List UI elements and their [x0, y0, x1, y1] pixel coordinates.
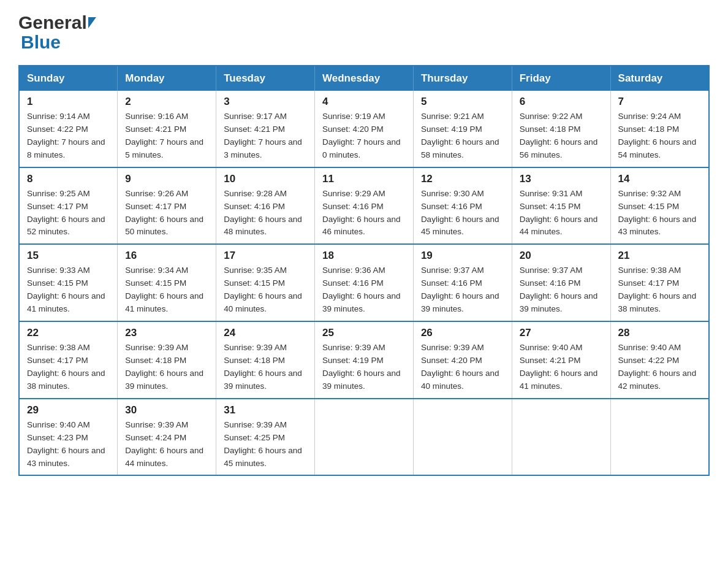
page-header: General Blue	[18, 12, 710, 53]
calendar-cell: 16 Sunrise: 9:34 AMSunset: 4:15 PMDaylig…	[118, 244, 216, 321]
day-number: 13	[520, 173, 603, 185]
weekday-header-row: SundayMondayTuesdayWednesdayThursdayFrid…	[19, 66, 709, 91]
weekday-header-thursday: Thursday	[413, 66, 512, 91]
day-info: Sunrise: 9:30 AMSunset: 4:16 PMDaylight:…	[421, 188, 504, 239]
calendar-cell: 1 Sunrise: 9:14 AMSunset: 4:22 PMDayligh…	[19, 91, 118, 167]
day-number: 31	[224, 404, 307, 416]
day-number: 6	[520, 96, 603, 108]
weekday-header-tuesday: Tuesday	[216, 66, 315, 91]
day-number: 25	[322, 327, 406, 339]
calendar-cell	[512, 399, 610, 476]
day-number: 4	[322, 96, 406, 108]
day-info: Sunrise: 9:39 AMSunset: 4:25 PMDaylight:…	[224, 419, 307, 470]
day-number: 8	[27, 173, 110, 185]
weekday-header-monday: Monday	[118, 66, 216, 91]
day-info: Sunrise: 9:39 AMSunset: 4:18 PMDaylight:…	[224, 342, 307, 393]
day-info: Sunrise: 9:38 AMSunset: 4:17 PMDaylight:…	[27, 342, 110, 393]
day-number: 28	[618, 327, 701, 339]
calendar-cell: 23 Sunrise: 9:39 AMSunset: 4:18 PMDaylig…	[118, 321, 216, 399]
calendar-cell: 20 Sunrise: 9:37 AMSunset: 4:16 PMDaylig…	[512, 244, 610, 321]
day-info: Sunrise: 9:14 AMSunset: 4:22 PMDaylight:…	[27, 110, 110, 162]
calendar-week-2: 8 Sunrise: 9:25 AMSunset: 4:17 PMDayligh…	[19, 167, 709, 245]
calendar-cell: 4 Sunrise: 9:19 AMSunset: 4:20 PMDayligh…	[315, 91, 414, 167]
calendar-cell: 14 Sunrise: 9:32 AMSunset: 4:15 PMDaylig…	[610, 167, 709, 245]
day-info: Sunrise: 9:28 AMSunset: 4:16 PMDaylight:…	[224, 188, 307, 239]
day-info: Sunrise: 9:25 AMSunset: 4:17 PMDaylight:…	[27, 188, 110, 239]
day-number: 3	[224, 96, 307, 108]
calendar-cell: 21 Sunrise: 9:38 AMSunset: 4:17 PMDaylig…	[610, 244, 709, 321]
day-number: 17	[224, 250, 307, 262]
day-number: 22	[27, 327, 110, 339]
day-info: Sunrise: 9:31 AMSunset: 4:15 PMDaylight:…	[520, 188, 603, 239]
day-info: Sunrise: 9:37 AMSunset: 4:16 PMDaylight:…	[520, 264, 603, 316]
day-number: 20	[520, 250, 603, 262]
day-number: 2	[125, 96, 208, 108]
day-info: Sunrise: 9:36 AMSunset: 4:16 PMDaylight:…	[322, 264, 406, 316]
day-number: 10	[224, 173, 307, 185]
calendar-cell: 19 Sunrise: 9:37 AMSunset: 4:16 PMDaylig…	[413, 244, 512, 321]
calendar-cell: 11 Sunrise: 9:29 AMSunset: 4:16 PMDaylig…	[315, 167, 414, 245]
calendar-cell: 13 Sunrise: 9:31 AMSunset: 4:15 PMDaylig…	[512, 167, 610, 245]
calendar-cell: 8 Sunrise: 9:25 AMSunset: 4:17 PMDayligh…	[19, 167, 118, 245]
weekday-header-wednesday: Wednesday	[315, 66, 414, 91]
calendar-cell	[413, 399, 512, 476]
calendar-cell: 9 Sunrise: 9:26 AMSunset: 4:17 PMDayligh…	[118, 167, 216, 245]
logo-general-text: General	[18, 12, 87, 33]
calendar-cell: 27 Sunrise: 9:40 AMSunset: 4:21 PMDaylig…	[512, 321, 610, 399]
day-number: 27	[520, 327, 603, 339]
calendar-cell: 2 Sunrise: 9:16 AMSunset: 4:21 PMDayligh…	[118, 91, 216, 167]
day-number: 16	[125, 250, 208, 262]
day-number: 1	[27, 96, 110, 108]
day-info: Sunrise: 9:39 AMSunset: 4:19 PMDaylight:…	[322, 342, 406, 393]
day-number: 14	[618, 173, 701, 185]
calendar-cell: 17 Sunrise: 9:35 AMSunset: 4:15 PMDaylig…	[216, 244, 315, 321]
day-number: 11	[322, 173, 406, 185]
day-info: Sunrise: 9:39 AMSunset: 4:18 PMDaylight:…	[125, 342, 208, 393]
day-info: Sunrise: 9:39 AMSunset: 4:20 PMDaylight:…	[421, 342, 504, 393]
day-info: Sunrise: 9:40 AMSunset: 4:22 PMDaylight:…	[618, 342, 701, 393]
calendar-cell: 24 Sunrise: 9:39 AMSunset: 4:18 PMDaylig…	[216, 321, 315, 399]
day-number: 23	[125, 327, 208, 339]
calendar-cell: 10 Sunrise: 9:28 AMSunset: 4:16 PMDaylig…	[216, 167, 315, 245]
day-info: Sunrise: 9:37 AMSunset: 4:16 PMDaylight:…	[421, 264, 504, 316]
day-number: 9	[125, 173, 208, 185]
calendar-cell	[610, 399, 709, 476]
calendar-week-5: 29 Sunrise: 9:40 AMSunset: 4:23 PMDaylig…	[19, 399, 709, 476]
calendar-cell: 15 Sunrise: 9:33 AMSunset: 4:15 PMDaylig…	[19, 244, 118, 321]
calendar-cell: 30 Sunrise: 9:39 AMSunset: 4:24 PMDaylig…	[118, 399, 216, 476]
calendar-cell: 28 Sunrise: 9:40 AMSunset: 4:22 PMDaylig…	[610, 321, 709, 399]
day-number: 26	[421, 327, 504, 339]
day-number: 21	[618, 250, 701, 262]
calendar-cell: 31 Sunrise: 9:39 AMSunset: 4:25 PMDaylig…	[216, 399, 315, 476]
calendar-cell: 6 Sunrise: 9:22 AMSunset: 4:18 PMDayligh…	[512, 91, 610, 167]
day-info: Sunrise: 9:22 AMSunset: 4:18 PMDaylight:…	[520, 110, 603, 162]
day-number: 5	[421, 96, 504, 108]
calendar-cell: 25 Sunrise: 9:39 AMSunset: 4:19 PMDaylig…	[315, 321, 414, 399]
day-info: Sunrise: 9:32 AMSunset: 4:15 PMDaylight:…	[618, 188, 701, 239]
calendar-cell: 3 Sunrise: 9:17 AMSunset: 4:21 PMDayligh…	[216, 91, 315, 167]
day-info: Sunrise: 9:39 AMSunset: 4:24 PMDaylight:…	[125, 419, 208, 470]
weekday-header-friday: Friday	[512, 66, 610, 91]
calendar-cell: 7 Sunrise: 9:24 AMSunset: 4:18 PMDayligh…	[610, 91, 709, 167]
calendar-cell	[315, 399, 414, 476]
calendar-table: SundayMondayTuesdayWednesdayThursdayFrid…	[18, 65, 710, 476]
day-number: 19	[421, 250, 504, 262]
day-info: Sunrise: 9:33 AMSunset: 4:15 PMDaylight:…	[27, 264, 110, 316]
day-info: Sunrise: 9:34 AMSunset: 4:15 PMDaylight:…	[125, 264, 208, 316]
day-number: 7	[618, 96, 701, 108]
logo-triangle-icon	[88, 17, 96, 28]
weekday-header-saturday: Saturday	[610, 66, 709, 91]
calendar-cell: 26 Sunrise: 9:39 AMSunset: 4:20 PMDaylig…	[413, 321, 512, 399]
day-info: Sunrise: 9:40 AMSunset: 4:23 PMDaylight:…	[27, 419, 110, 470]
calendar-cell: 29 Sunrise: 9:40 AMSunset: 4:23 PMDaylig…	[19, 399, 118, 476]
logo-blue-text: Blue	[21, 32, 61, 52]
calendar-cell: 18 Sunrise: 9:36 AMSunset: 4:16 PMDaylig…	[315, 244, 414, 321]
day-number: 29	[27, 404, 110, 416]
calendar-cell: 12 Sunrise: 9:30 AMSunset: 4:16 PMDaylig…	[413, 167, 512, 245]
calendar-cell: 22 Sunrise: 9:38 AMSunset: 4:17 PMDaylig…	[19, 321, 118, 399]
day-number: 12	[421, 173, 504, 185]
weekday-header-sunday: Sunday	[19, 66, 118, 91]
day-number: 30	[125, 404, 208, 416]
day-number: 15	[27, 250, 110, 262]
day-info: Sunrise: 9:38 AMSunset: 4:17 PMDaylight:…	[618, 264, 701, 316]
